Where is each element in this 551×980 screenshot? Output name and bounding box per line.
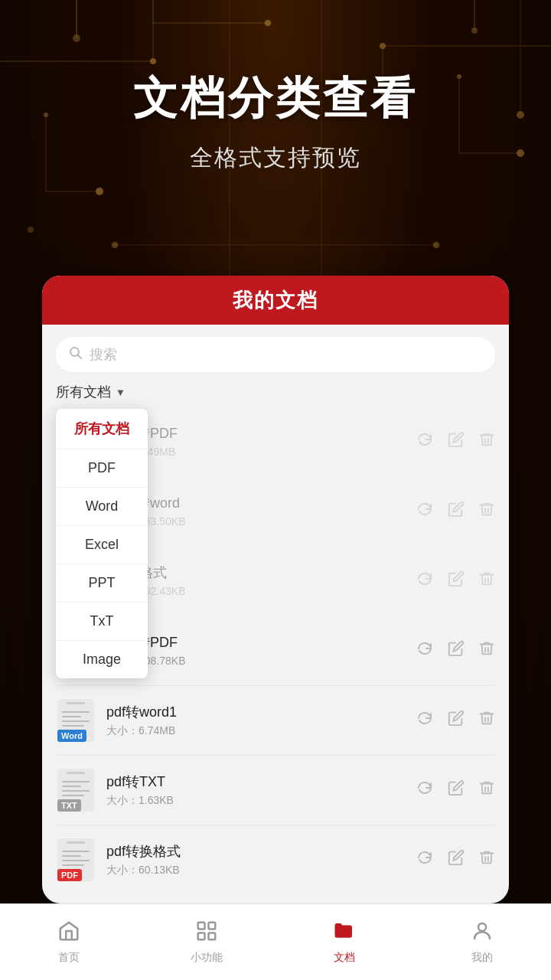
filter-row: 所有文档 ▼ 所有文档 PDF Word Excel PPT TxT Image [42, 372, 509, 407]
edit-icon[interactable] [448, 710, 465, 731]
svg-rect-36 [209, 933, 216, 940]
edit-icon[interactable] [448, 779, 465, 801]
edit-icon[interactable] [448, 501, 465, 522]
file-name: pdf转word1 [106, 703, 405, 721]
file-icon: Word [56, 698, 96, 743]
svg-point-37 [478, 923, 486, 931]
file-size: 大小：1.49MB [106, 446, 405, 459]
file-item[interactable]: Word pdf转word1 大小：6.74MB [56, 686, 495, 756]
refresh-icon[interactable] [416, 570, 434, 593]
filter-dropdown: 所有文档 PDF Word Excel PPT TxT Image [56, 409, 148, 678]
bottom-nav: 首页 小功能 文档 我的 [0, 903, 551, 980]
svg-rect-33 [198, 923, 205, 929]
file-name: word转word [106, 494, 405, 512]
delete-icon[interactable] [478, 570, 495, 592]
file-actions [416, 500, 495, 523]
file-size: 大小：6.74MB [106, 724, 405, 738]
nav-item-documents[interactable]: 文档 [276, 920, 413, 965]
edit-icon[interactable] [448, 570, 465, 592]
file-size: 大小：1.63KB [106, 794, 405, 808]
file-info: pdf转word1 大小：6.74MB [106, 703, 405, 738]
file-badge-pdf: PDF [57, 869, 82, 881]
grid-icon [195, 920, 218, 948]
file-name: word转PDF [106, 633, 405, 652]
refresh-icon[interactable] [416, 639, 434, 662]
svg-point-7 [380, 43, 386, 49]
delete-icon[interactable] [478, 710, 495, 731]
nav-item-home[interactable]: 首页 [0, 920, 138, 965]
svg-rect-34 [209, 923, 216, 929]
file-name: word转PDF [106, 424, 405, 443]
svg-line-32 [78, 354, 82, 358]
delete-icon[interactable] [478, 849, 495, 871]
home-icon [57, 920, 80, 948]
file-actions [416, 639, 495, 662]
refresh-icon[interactable] [416, 500, 434, 523]
folder-icon [333, 920, 356, 948]
svg-point-25 [28, 227, 34, 233]
file-size: 大小：108.78KB [106, 655, 405, 668]
file-icon: PDF [56, 838, 96, 882]
search-icon [68, 345, 83, 364]
file-size: 大小：60.13KB [106, 864, 405, 877]
file-info: word转PDF 大小：1.49MB [106, 424, 405, 459]
card-header-title: 我的文档 [233, 287, 318, 314]
file-badge-word: Word [57, 730, 86, 742]
refresh-icon[interactable] [416, 430, 434, 453]
svg-point-21 [433, 242, 439, 248]
svg-point-3 [150, 58, 156, 64]
delete-icon[interactable] [478, 779, 495, 801]
search-bar[interactable]: 搜索 [56, 337, 495, 372]
file-icon: TXT [56, 768, 96, 812]
refresh-icon[interactable] [416, 709, 434, 732]
dropdown-item-txt[interactable]: TxT [56, 603, 148, 641]
dropdown-item-pdf[interactable]: PDF [56, 449, 148, 488]
card-header: 我的文档 [42, 276, 509, 325]
file-actions [416, 709, 495, 732]
file-name: pdf转换格式 [106, 842, 405, 861]
hero-section: 文档分类查看 全格式支持预览 [0, 69, 551, 174]
dropdown-item-image[interactable]: Image [56, 641, 148, 678]
dropdown-item-excel[interactable]: Excel [56, 526, 148, 564]
nav-label-home: 首页 [58, 951, 80, 965]
delete-icon[interactable] [478, 640, 495, 662]
nav-item-profile[interactable]: 我的 [413, 920, 551, 965]
nav-label-profile: 我的 [471, 951, 493, 965]
dropdown-item-all[interactable]: 所有文档 [56, 409, 148, 449]
file-info: pdf转换格式 大小：60.13KB [106, 842, 405, 877]
delete-icon[interactable] [478, 431, 495, 452]
file-info: word转PDF 大小：108.78KB [106, 633, 405, 668]
nav-label-documents: 文档 [334, 951, 355, 965]
file-name: pdf转格式 [106, 564, 405, 582]
delete-icon[interactable] [478, 501, 495, 522]
nav-item-functions[interactable]: 小功能 [138, 920, 276, 965]
dropdown-item-word[interactable]: Word [56, 488, 148, 526]
nav-label-functions: 小功能 [191, 951, 223, 965]
edit-icon[interactable] [448, 849, 465, 871]
edit-icon[interactable] [448, 431, 465, 452]
hero-title: 文档分类查看 [0, 69, 551, 129]
main-card: 我的文档 搜索 所有文档 ▼ 所有文档 PDF Word Excel PPT T… [42, 276, 509, 903]
file-info: word转word 大小：353.50KB [106, 494, 405, 529]
dropdown-item-ppt[interactable]: PPT [56, 564, 148, 603]
file-info: pdf转格式 大小：362.43KB [106, 564, 405, 599]
file-actions [416, 570, 495, 593]
svg-point-4 [265, 20, 271, 26]
file-badge-txt: TXT [57, 799, 81, 812]
refresh-icon[interactable] [416, 848, 434, 871]
filter-label: 所有文档 [56, 383, 111, 401]
person-icon [471, 920, 494, 948]
refresh-icon[interactable] [416, 779, 434, 802]
file-name: pdf转TXT [106, 773, 405, 791]
file-item[interactable]: PDF pdf转换格式 大小：60.13KB [56, 825, 495, 894]
file-actions [416, 848, 495, 871]
filter-button[interactable]: 所有文档 ▼ [56, 383, 126, 401]
file-actions [416, 430, 495, 453]
svg-rect-35 [198, 933, 205, 940]
edit-icon[interactable] [448, 640, 465, 662]
hero-subtitle: 全格式支持预览 [0, 142, 551, 174]
svg-point-20 [112, 242, 118, 248]
file-actions [416, 779, 495, 802]
file-item[interactable]: TXT pdf转TXT 大小：1.63KB [56, 756, 495, 825]
file-size: 大小：353.50KB [106, 515, 405, 529]
